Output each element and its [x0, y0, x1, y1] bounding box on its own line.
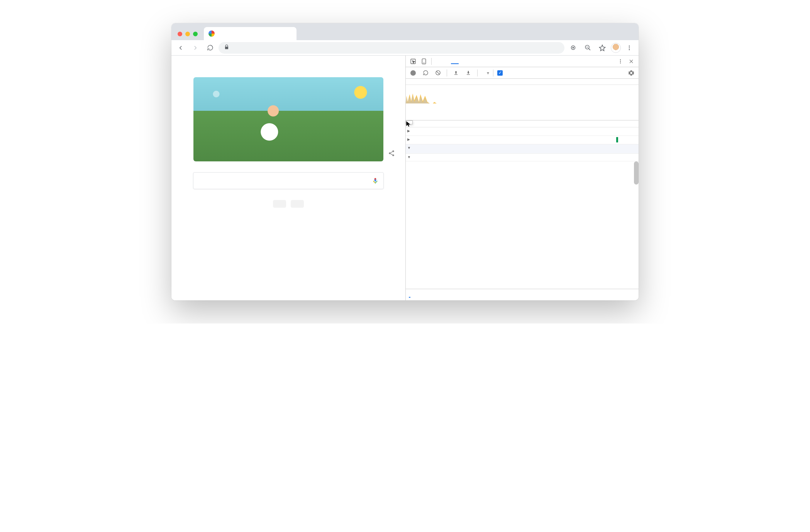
timeline-overview[interactable]: [406, 79, 639, 120]
main-track-header-row[interactable]: ▼: [406, 154, 639, 161]
profile-avatar[interactable]: [611, 43, 621, 53]
browser-window: ▾ ✓: [171, 23, 639, 300]
screenshot-filmstrip[interactable]: [406, 113, 639, 120]
svg-rect-10: [422, 59, 425, 64]
main-track-header[interactable]: ▼: [406, 154, 639, 161]
google-doodle[interactable]: [193, 77, 383, 161]
page-cutoff: [171, 293, 405, 300]
new-tab-button[interactable]: [299, 28, 310, 39]
feeling-lucky-button[interactable]: [291, 200, 304, 208]
mic-icon[interactable]: [372, 177, 379, 184]
browser-tab[interactable]: [204, 27, 297, 40]
lock-icon: [224, 44, 229, 51]
call-tree-tab[interactable]: [430, 293, 432, 297]
devtools-panel: ▾ ✓: [405, 56, 639, 300]
tab-strip: [171, 23, 639, 40]
tabs-overflow[interactable]: [459, 59, 467, 64]
favicon-icon: [208, 30, 215, 37]
tab-console[interactable]: [442, 59, 450, 64]
device-icon[interactable]: [419, 56, 429, 66]
page-viewport: [171, 56, 405, 300]
svg-point-3: [629, 46, 630, 47]
detail-ruler: [406, 120, 639, 127]
separator: [493, 69, 493, 76]
separator: [431, 58, 432, 65]
google-search-button[interactable]: [273, 200, 286, 208]
timings-track-header[interactable]: ▼: [406, 144, 451, 151]
location-icon[interactable]: [567, 42, 579, 54]
chevron-right-icon: ▶: [407, 129, 410, 133]
address-bar[interactable]: [219, 42, 564, 54]
chevron-down-icon: ▼: [407, 155, 411, 159]
tab-elements[interactable]: [434, 59, 442, 64]
settings-gear-icon[interactable]: [626, 68, 636, 78]
svg-point-12: [620, 61, 621, 61]
devtools-close-button[interactable]: [626, 56, 636, 66]
browser-toolbar: [171, 40, 639, 56]
interactions-track-header[interactable]: ▶: [406, 136, 451, 143]
devtools-menu-icon[interactable]: [615, 56, 625, 66]
summary-tabs: [406, 289, 639, 300]
chevron-right-icon: ▶: [407, 137, 410, 141]
doodle-text: [193, 77, 383, 161]
record-button[interactable]: [408, 68, 418, 78]
separator: [447, 69, 447, 76]
zoom-icon[interactable]: [581, 42, 594, 54]
devtools-tabstrip: [406, 56, 639, 67]
bookmark-button[interactable]: [596, 42, 608, 54]
share-icon[interactable]: [388, 150, 395, 158]
net-chart: [406, 106, 628, 109]
scrollbar-thumb[interactable]: [634, 161, 639, 185]
save-profile-button[interactable]: [463, 68, 473, 78]
svg-rect-15: [454, 74, 458, 75]
svg-point-1: [573, 47, 574, 48]
cursor-icon: [406, 120, 411, 127]
network-track[interactable]: ▶: [406, 127, 639, 136]
summary-tab[interactable]: [409, 292, 410, 298]
svg-point-6: [392, 151, 394, 152]
reload-record-button[interactable]: [420, 68, 430, 78]
close-window-icon[interactable]: [178, 32, 182, 36]
svg-point-8: [392, 154, 394, 156]
performance-toolbar: ▾ ✓: [406, 67, 639, 79]
svg-point-11: [620, 59, 621, 60]
svg-point-5: [629, 49, 630, 50]
clear-button[interactable]: [433, 68, 443, 78]
timings-track[interactable]: ▼: [406, 144, 639, 154]
minimize-window-icon[interactable]: [185, 32, 190, 36]
content-area: ▾ ✓: [171, 56, 639, 300]
overview-ruler: [406, 79, 639, 85]
svg-rect-16: [467, 74, 470, 75]
event-log-tab[interactable]: [441, 293, 443, 297]
svg-point-4: [629, 47, 630, 48]
separator: [477, 69, 478, 76]
back-button[interactable]: [175, 42, 187, 54]
flame-chart[interactable]: [406, 161, 639, 289]
menu-button[interactable]: [623, 42, 635, 54]
interactions-track[interactable]: ▶: [406, 136, 639, 144]
screenshots-checkbox[interactable]: ✓: [497, 70, 503, 76]
inspect-icon[interactable]: [408, 56, 418, 66]
forward-button[interactable]: [189, 42, 202, 54]
maximize-window-icon[interactable]: [193, 32, 198, 36]
timeline-detail[interactable]: ▶ ▶ ▼ ▼: [406, 120, 639, 289]
network-track-header[interactable]: ▶: [406, 127, 451, 134]
search-input[interactable]: [193, 172, 384, 189]
chevron-down-icon: ▼: [407, 146, 411, 150]
svg-point-13: [620, 62, 621, 63]
load-profile-button[interactable]: [451, 68, 461, 78]
chevron-down-icon[interactable]: ▾: [487, 70, 489, 76]
reload-button[interactable]: [204, 42, 216, 54]
svg-point-7: [389, 152, 391, 154]
tab-performance[interactable]: [451, 59, 459, 64]
window-controls: [176, 32, 201, 40]
bottom-up-tab[interactable]: [420, 293, 421, 297]
cpu-chart: [406, 92, 444, 103]
search-buttons: [171, 200, 405, 208]
